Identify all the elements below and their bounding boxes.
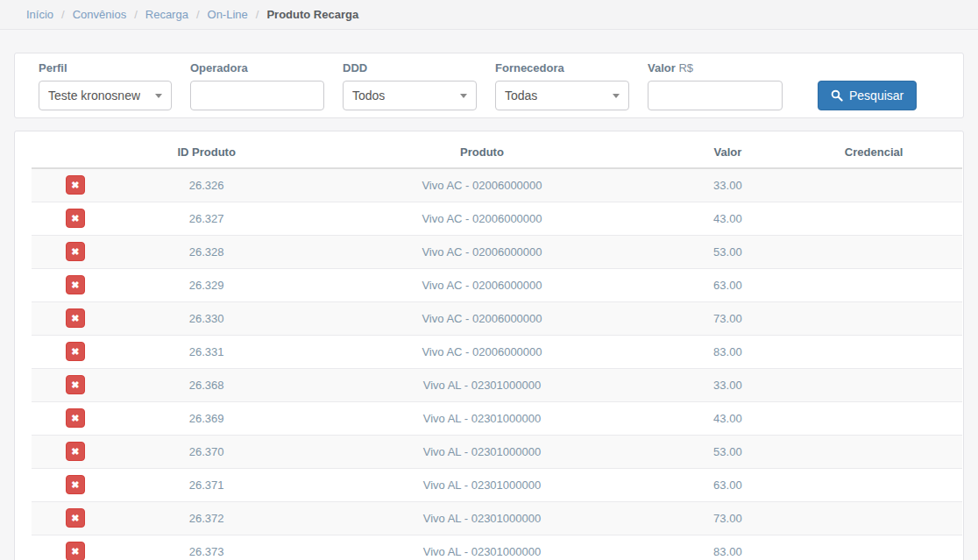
row-actions-cell: ✖ bbox=[32, 202, 119, 235]
row-credencial bbox=[785, 435, 962, 468]
row-produto: Vivo AL - 02301000000 bbox=[294, 401, 670, 435]
row-actions-cell: ✖ bbox=[32, 335, 119, 368]
valor-currency-suffix: R$ bbox=[678, 61, 693, 74]
row-produto: Vivo AC - 02006000000 bbox=[294, 301, 670, 335]
fornecedora-select[interactable]: Todas bbox=[495, 81, 629, 110]
row-credencial bbox=[785, 335, 962, 368]
row-valor: 83.00 bbox=[670, 335, 786, 368]
row-actions-cell: ✖ bbox=[32, 168, 119, 202]
delete-x-icon: ✖ bbox=[71, 247, 79, 257]
row-valor: 43.00 bbox=[670, 202, 786, 235]
delete-x-icon: ✖ bbox=[71, 514, 79, 523]
breadcrumb: Início/Convênios/Recarga/On-Line/Produto… bbox=[0, 0, 978, 30]
delete-x-icon: ✖ bbox=[71, 181, 79, 190]
fornecedora-selected-value: Todas bbox=[505, 89, 537, 103]
delete-row-button[interactable]: ✖ bbox=[66, 175, 85, 195]
delete-row-button[interactable]: ✖ bbox=[66, 242, 85, 261]
breadcrumb-link[interactable]: Recarga bbox=[145, 8, 188, 21]
row-produto: Vivo AC - 02006000000 bbox=[294, 168, 670, 202]
column-header-valor: Valor bbox=[670, 137, 786, 168]
ddd-select[interactable]: Todos bbox=[343, 81, 477, 110]
table-row: ✖ 26.326 Vivo AC - 02006000000 33.00 bbox=[32, 168, 962, 202]
breadcrumb-link[interactable]: Convênios bbox=[73, 8, 126, 21]
ddd-selected-value: Todos bbox=[352, 89, 385, 103]
delete-row-button[interactable]: ✖ bbox=[66, 508, 85, 528]
fornecedora-label: Fornecedora bbox=[495, 61, 629, 74]
row-actions-cell: ✖ bbox=[32, 535, 119, 560]
row-credencial bbox=[785, 401, 962, 435]
row-produto: Vivo AL - 02301000000 bbox=[294, 435, 670, 468]
breadcrumb-link[interactable]: On-Line bbox=[208, 8, 248, 21]
row-actions-cell: ✖ bbox=[32, 368, 119, 401]
product-table-body: ✖ 26.326 Vivo AC - 02006000000 33.00 ✖ 2… bbox=[32, 168, 962, 560]
chevron-down-icon bbox=[613, 94, 620, 98]
delete-row-button[interactable]: ✖ bbox=[66, 342, 85, 361]
delete-x-icon: ✖ bbox=[71, 380, 79, 390]
perfil-label: Perfil bbox=[39, 61, 172, 74]
breadcrumb-current-page: Produto Recarga bbox=[266, 8, 358, 21]
row-produto: Vivo AC - 02006000000 bbox=[294, 268, 670, 301]
table-row: ✖ 26.372 Vivo AL - 02301000000 73.00 bbox=[32, 501, 962, 535]
chevron-down-icon bbox=[155, 94, 162, 98]
filter-panel: Perfil Teste kronosnew Operadora DDD Tod… bbox=[14, 53, 964, 118]
row-valor: 83.00 bbox=[670, 535, 786, 560]
delete-row-button[interactable]: ✖ bbox=[66, 442, 85, 461]
row-produto: Vivo AL - 02301000000 bbox=[294, 468, 670, 501]
row-produto: Vivo AL - 02301000000 bbox=[294, 535, 670, 560]
row-produto: Vivo AC - 02006000000 bbox=[294, 235, 670, 268]
row-valor: 43.00 bbox=[670, 401, 786, 435]
row-actions-cell: ✖ bbox=[32, 401, 119, 435]
row-credencial bbox=[785, 235, 962, 268]
delete-x-icon: ✖ bbox=[71, 547, 79, 556]
table-row: ✖ 26.331 Vivo AC - 02006000000 83.00 bbox=[32, 335, 962, 368]
row-valor: 33.00 bbox=[670, 168, 786, 202]
row-credencial bbox=[785, 501, 962, 535]
breadcrumb-link[interactable]: Início bbox=[26, 8, 53, 21]
delete-row-button[interactable]: ✖ bbox=[66, 209, 85, 228]
row-credencial bbox=[785, 202, 962, 235]
column-header-produto: Produto bbox=[294, 137, 670, 168]
valor-input[interactable] bbox=[648, 81, 783, 110]
row-valor: 53.00 bbox=[670, 435, 786, 468]
fornecedora-field-group: Fornecedora Todas bbox=[495, 61, 629, 110]
row-id-produto: 26.331 bbox=[119, 335, 294, 368]
delete-row-button[interactable]: ✖ bbox=[66, 308, 85, 328]
row-actions-cell: ✖ bbox=[32, 268, 119, 301]
row-id-produto: 26.328 bbox=[119, 235, 294, 268]
delete-row-button[interactable]: ✖ bbox=[66, 475, 85, 494]
operadora-label: Operadora bbox=[190, 61, 324, 74]
row-actions-cell: ✖ bbox=[32, 501, 119, 535]
table-row: ✖ 26.371 Vivo AL - 02301000000 63.00 bbox=[32, 468, 962, 501]
perfil-select[interactable]: Teste kronosnew bbox=[39, 81, 172, 110]
row-produto: Vivo AL - 02301000000 bbox=[294, 501, 670, 535]
delete-x-icon: ✖ bbox=[71, 480, 79, 490]
row-id-produto: 26.329 bbox=[119, 268, 294, 301]
chevron-down-icon bbox=[460, 94, 467, 98]
row-produto: Vivo AC - 02006000000 bbox=[294, 202, 670, 235]
delete-row-button[interactable]: ✖ bbox=[66, 542, 85, 560]
table-row: ✖ 26.370 Vivo AL - 02301000000 53.00 bbox=[32, 435, 962, 468]
row-produto: Vivo AL - 02301000000 bbox=[294, 368, 670, 401]
delete-x-icon: ✖ bbox=[71, 214, 79, 223]
delete-row-button[interactable]: ✖ bbox=[66, 408, 85, 428]
breadcrumb-separator: / bbox=[134, 8, 138, 21]
delete-row-button[interactable]: ✖ bbox=[66, 375, 85, 394]
row-credencial bbox=[785, 301, 962, 335]
row-actions-cell: ✖ bbox=[32, 435, 119, 468]
table-row: ✖ 26.327 Vivo AC - 02006000000 43.00 bbox=[32, 202, 962, 235]
column-header-credencial: Credencial bbox=[785, 137, 962, 168]
delete-row-button[interactable]: ✖ bbox=[66, 275, 85, 294]
product-table: ID Produto Produto Valor Credencial ✖ 26… bbox=[32, 137, 962, 560]
column-header-id-produto: ID Produto bbox=[119, 137, 294, 168]
table-row: ✖ 26.369 Vivo AL - 02301000000 43.00 bbox=[32, 401, 962, 435]
delete-x-icon: ✖ bbox=[71, 314, 79, 323]
row-id-produto: 26.327 bbox=[119, 202, 294, 235]
operadora-input[interactable] bbox=[190, 81, 324, 110]
search-button[interactable]: Pesquisar bbox=[818, 81, 917, 110]
column-header-actions bbox=[32, 137, 119, 168]
table-row: ✖ 26.373 Vivo AL - 02301000000 83.00 bbox=[32, 535, 962, 560]
valor-label: Valor R$ bbox=[648, 61, 783, 74]
row-actions-cell: ✖ bbox=[32, 468, 119, 501]
row-id-produto: 26.370 bbox=[119, 435, 294, 468]
delete-x-icon: ✖ bbox=[71, 347, 79, 357]
